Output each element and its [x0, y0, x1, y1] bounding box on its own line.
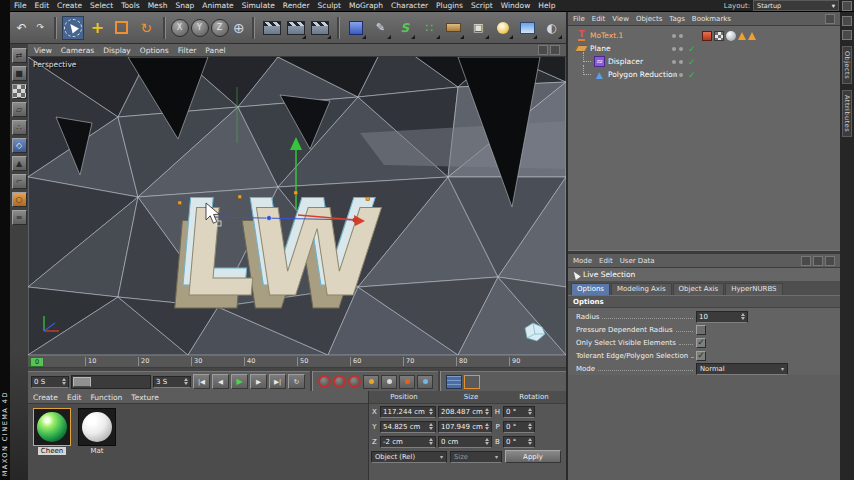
- play-button[interactable]: ▶: [231, 374, 248, 389]
- menu-sculpt[interactable]: Sculpt: [318, 1, 341, 10]
- size-mode-dropdown[interactable]: Size▾: [450, 451, 502, 463]
- tab-options[interactable]: Options: [571, 283, 610, 295]
- viewport-scene[interactable]: LW LW LW: [28, 57, 566, 355]
- model-mode-button[interactable]: ■: [12, 66, 27, 81]
- cap-tag-icon[interactable]: [748, 32, 756, 40]
- dock-icon[interactable]: [842, 16, 852, 26]
- position-x-field[interactable]: 117.244 cm: [380, 406, 436, 418]
- material-name[interactable]: Cheen: [38, 447, 66, 455]
- vp-menu-panel[interactable]: Panel: [205, 46, 225, 55]
- rotate-tool[interactable]: ↻: [135, 16, 157, 40]
- om-menu-file[interactable]: File: [573, 15, 585, 23]
- om-menu-bookmarks[interactable]: Bookmarks: [692, 15, 731, 23]
- visibility-toggles[interactable]: [672, 60, 683, 64]
- om-menu-objects[interactable]: Objects: [636, 15, 662, 23]
- lock-y-axis-button[interactable]: Y: [191, 16, 209, 40]
- coordinate-system-button[interactable]: ⊕: [231, 16, 248, 40]
- size-x-field[interactable]: 208.487 cm: [438, 406, 492, 418]
- mat-menu-edit[interactable]: Edit: [67, 393, 82, 402]
- coord-mode-dropdown[interactable]: Object (Rel)▾: [371, 451, 447, 463]
- lock-x-axis-button[interactable]: X: [171, 16, 189, 40]
- edges-mode-button[interactable]: ◇: [12, 138, 27, 153]
- viewport-maximize-icon[interactable]: [538, 45, 548, 55]
- menu-edit[interactable]: Edit: [35, 1, 50, 10]
- previous-frame-button[interactable]: ◀: [212, 374, 229, 389]
- cap-tag-icon[interactable]: [738, 32, 746, 40]
- om-menu-tags[interactable]: Tags: [669, 15, 685, 23]
- record-pla-button[interactable]: [348, 375, 361, 388]
- key-position-toggle[interactable]: [363, 375, 379, 389]
- menu-window[interactable]: Window: [501, 1, 531, 10]
- visible-elements-checkbox[interactable]: ✓: [696, 338, 706, 348]
- visibility-toggles[interactable]: [672, 34, 683, 38]
- visibility-toggles[interactable]: [672, 73, 683, 77]
- tab-hypernurbs[interactable]: HyperNURBS: [725, 283, 782, 295]
- key-parameter-toggle[interactable]: [417, 375, 433, 389]
- material-thumbnail[interactable]: [78, 408, 116, 446]
- motext-lw-object[interactable]: LW LW LW: [161, 173, 388, 336]
- add-nurbs-button[interactable]: S: [394, 16, 416, 40]
- enabled-check-icon[interactable]: ✓: [688, 44, 696, 54]
- key-scale-toggle[interactable]: [381, 375, 397, 389]
- display-mode-button[interactable]: ◐: [540, 16, 562, 40]
- object-row-polygon-reduction[interactable]: ▲ Polygon Reduction ✓: [568, 68, 840, 81]
- render-view-button[interactable]: [260, 16, 282, 40]
- size-z-field[interactable]: 0 cm: [438, 436, 492, 448]
- material-item-cheen[interactable]: Cheen: [32, 408, 72, 455]
- object-name[interactable]: Plane: [590, 44, 611, 53]
- add-primitive-button[interactable]: [345, 16, 367, 40]
- nav-forward-icon[interactable]: [813, 256, 823, 266]
- move-tool[interactable]: +: [86, 16, 108, 40]
- tab-object-axis[interactable]: Object Axis: [673, 283, 725, 295]
- viewport-layout-icon[interactable]: [550, 45, 560, 55]
- timeline-ruler[interactable]: 0 10 20 30 40 50 60 70 80 90 0: [28, 356, 566, 368]
- layout-lock-icon[interactable]: [842, 1, 852, 11]
- make-editable-button[interactable]: ⇄: [12, 48, 27, 63]
- menu-mesh[interactable]: Mesh: [148, 1, 168, 10]
- object-row-motext[interactable]: T MoText.1: [568, 29, 840, 42]
- apply-button[interactable]: Apply: [505, 450, 561, 463]
- position-z-field[interactable]: -2 cm: [380, 436, 436, 448]
- key-rotation-toggle[interactable]: [399, 375, 415, 389]
- add-sky-button[interactable]: [516, 16, 538, 40]
- enabled-check-icon[interactable]: ✓: [688, 70, 696, 80]
- rotation-h-field[interactable]: 0 °: [503, 406, 535, 418]
- am-menu-userdata[interactable]: User Data: [620, 257, 655, 265]
- menu-character[interactable]: Character: [391, 1, 428, 10]
- record-keyframe-button[interactable]: [318, 375, 331, 388]
- undo-button[interactable]: ↶: [13, 16, 30, 40]
- enabled-check-icon[interactable]: ✓: [688, 57, 696, 67]
- material-thumbnail[interactable]: [33, 408, 71, 446]
- add-light-button[interactable]: [492, 16, 514, 40]
- am-menu-mode[interactable]: Mode: [573, 257, 592, 265]
- layout-dropdown[interactable]: Startup ▾: [753, 0, 839, 11]
- om-menu-view[interactable]: View: [612, 15, 629, 23]
- current-frame-field[interactable]: 0 S: [31, 376, 69, 388]
- scale-tool[interactable]: [111, 16, 133, 40]
- redo-button[interactable]: ↷: [32, 16, 49, 40]
- phong-tag-icon[interactable]: [726, 31, 736, 41]
- menu-file[interactable]: File: [14, 1, 27, 10]
- size-y-field[interactable]: 107.949 cm: [438, 421, 492, 433]
- add-spline-button[interactable]: ✎: [369, 16, 391, 40]
- menu-mograph[interactable]: MoGraph: [349, 1, 383, 10]
- render-settings-button[interactable]: [309, 16, 331, 40]
- material-name[interactable]: Mat: [87, 447, 106, 455]
- solo-mode-button[interactable]: [464, 375, 480, 389]
- goto-end-button[interactable]: ▶|: [269, 374, 286, 389]
- menu-simulate[interactable]: Simulate: [242, 1, 275, 10]
- menu-script[interactable]: Script: [471, 1, 493, 10]
- autokey-button[interactable]: [333, 375, 346, 388]
- timeline-playhead[interactable]: 0: [30, 357, 44, 367]
- position-y-field[interactable]: 54.825 cm: [380, 421, 436, 433]
- om-menu-edit[interactable]: Edit: [592, 15, 606, 23]
- vp-menu-filter[interactable]: Filter: [178, 46, 197, 55]
- snap-settings-button[interactable]: ≡: [12, 210, 27, 225]
- vp-menu-display[interactable]: Display: [103, 46, 131, 55]
- object-name[interactable]: Polygon Reduction: [608, 70, 677, 79]
- rotation-p-field[interactable]: 0 °: [503, 421, 535, 433]
- goto-start-button[interactable]: |◀: [193, 374, 210, 389]
- polygons-mode-button[interactable]: ▲: [12, 156, 27, 171]
- live-selection-tool[interactable]: [62, 16, 85, 40]
- workplane-mode-button[interactable]: ▱: [12, 102, 27, 117]
